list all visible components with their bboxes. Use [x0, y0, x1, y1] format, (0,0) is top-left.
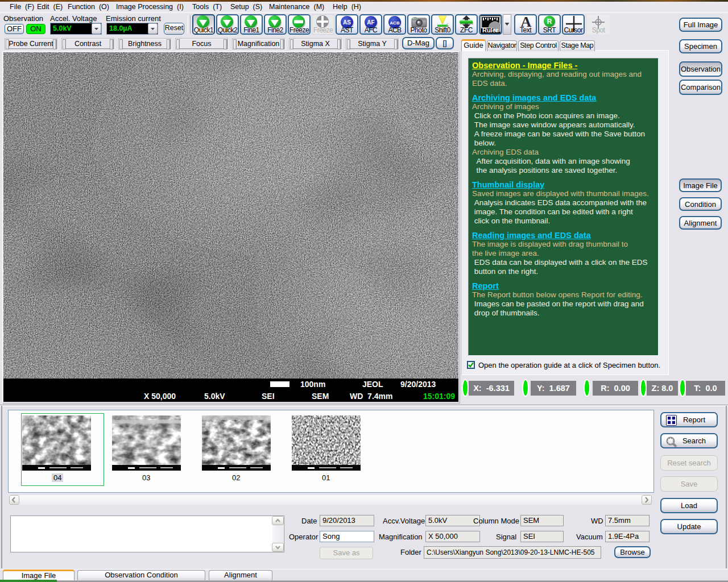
svg-text:AS: AS	[343, 19, 351, 26]
svg-text:AF: AF	[367, 19, 374, 26]
svg-text:R: R	[547, 18, 552, 26]
svg-text:ACB: ACB	[390, 20, 400, 26]
svg-text:Ruler: Ruler	[482, 27, 499, 34]
